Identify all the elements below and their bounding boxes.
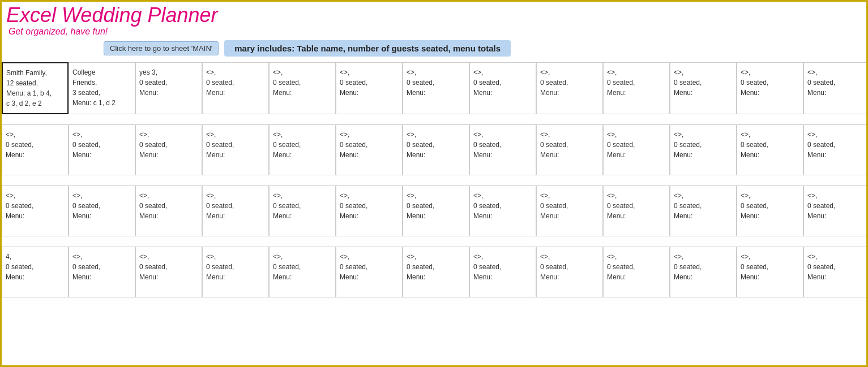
table-cell: Smith Family,12 seated,Menu: a 1, b 4,c … — [2, 62, 69, 114]
table-cell: <>,0 seated,Menu: — [135, 185, 202, 236]
table-cell: <>,0 seated,Menu: — [269, 247, 336, 297]
table-cell: <>,0 seated,Menu: — [603, 247, 670, 297]
table-cell: <>,0 seated,Menu: — [737, 124, 803, 175]
table-cell: <>,0 seated,Menu: — [536, 185, 603, 236]
table-cell: <>,0 seated,Menu: — [336, 247, 403, 297]
row-spacer — [2, 236, 866, 247]
table-cell: <>,0 seated,Menu: — [603, 62, 670, 114]
table-cell: <>,0 seated,Menu: — [803, 124, 866, 175]
table-cell: <>,0 seated,Menu: — [69, 185, 135, 236]
table-cell: <>,0 seated,Menu: — [536, 62, 603, 114]
table-cell: CollegeFriends,3 seated,Menu: c 1, d 2 — [69, 62, 135, 114]
table-cell: <>,0 seated,Menu: — [803, 247, 866, 297]
table-cell: <>,0 seated,Menu: — [536, 124, 603, 175]
table-cell: <>,0 seated,Menu: — [269, 62, 336, 114]
app-subtitle: Get organized, have fun! — [8, 27, 862, 37]
table-cell: <>,0 seated,Menu: — [135, 124, 202, 175]
table-cell: <>,0 seated,Menu: — [469, 185, 536, 236]
table-cell: <>,0 seated,Menu: — [803, 185, 866, 236]
table-cell: <>,0 seated,Menu: — [469, 62, 536, 114]
table-cell: <>,0 seated,Menu: — [670, 62, 737, 114]
table-cell: <>,0 seated,Menu: — [737, 185, 803, 236]
header: Excel Wedding Planner Get organized, hav… — [2, 2, 866, 38]
table-cell: <>,0 seated,Menu: — [336, 185, 403, 236]
row-spacer — [2, 175, 866, 185]
table-cell: <>,0 seated,Menu: — [69, 124, 135, 175]
table-cell: <>,0 seated,Menu: — [2, 185, 69, 236]
table-grid: Smith Family,12 seated,Menu: a 1, b 4,c … — [2, 62, 866, 297]
table-cell: <>,0 seated,Menu: — [536, 247, 603, 297]
table-cell: <>,0 seated,Menu: — [269, 185, 336, 236]
table-cell: <>,0 seated,Menu: — [69, 247, 135, 297]
main-sheet-button[interactable]: Click here to go to sheet 'MAIN' — [104, 41, 219, 55]
table-cell: <>,0 seated,Menu: — [670, 185, 737, 236]
table-cell: <>,0 seated,Menu: — [469, 247, 536, 297]
info-banner: mary includes: Table name, number of gue… — [224, 40, 511, 57]
table-cell: <>,0 seated,Menu: — [135, 247, 202, 297]
table-cell: <>,0 seated,Menu: — [603, 185, 670, 236]
row-spacer — [2, 114, 866, 124]
table-cell: <>,0 seated,Menu: — [202, 185, 269, 236]
table-cell: <>,0 seated,Menu: — [403, 62, 469, 114]
table-cell: <>,0 seated,Menu: — [269, 124, 336, 175]
table-cell: <>,0 seated,Menu: — [202, 247, 269, 297]
table-cell: <>,0 seated,Menu: — [737, 247, 803, 297]
table-cell: <>,0 seated,Menu: — [336, 62, 403, 114]
table-cell: <>,0 seated,Menu: — [603, 124, 670, 175]
table-cell: <>,0 seated,Menu: — [737, 62, 803, 114]
table-cell: <>,0 seated,Menu: — [403, 247, 469, 297]
table-cell: <>,0 seated,Menu: — [2, 124, 69, 175]
table-cell: <>,0 seated,Menu: — [803, 62, 866, 114]
table-cell: yes 3,0 seated,Menu: — [135, 62, 202, 114]
table-cell: <>,0 seated,Menu: — [336, 124, 403, 175]
table-cell: <>,0 seated,Menu: — [202, 62, 269, 114]
table-cell: <>,0 seated,Menu: — [670, 124, 737, 175]
table-cell: <>,0 seated,Menu: — [202, 124, 269, 175]
table-cell: <>,0 seated,Menu: — [403, 124, 469, 175]
table-cell: 4,0 seated,Menu: — [2, 247, 69, 297]
table-cell: <>,0 seated,Menu: — [670, 247, 737, 297]
table-cell: <>,0 seated,Menu: — [403, 185, 469, 236]
app-title: Excel Wedding Planner — [6, 4, 862, 27]
table-cell: <>,0 seated,Menu: — [469, 124, 536, 175]
nav-bar: Click here to go to sheet 'MAIN' mary in… — [2, 38, 866, 59]
grid-container: Smith Family,12 seated,Menu: a 1, b 4,c … — [2, 59, 866, 297]
